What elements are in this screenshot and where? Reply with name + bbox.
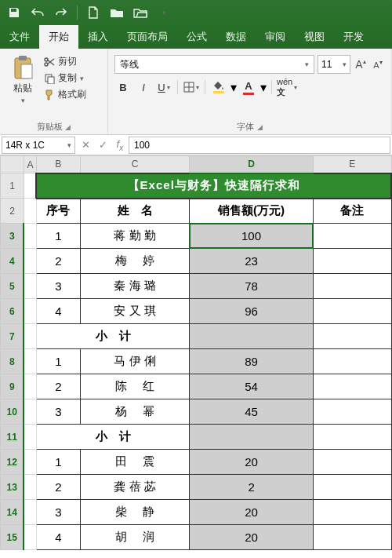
cell[interactable] xyxy=(24,475,36,500)
cell[interactable] xyxy=(24,199,36,224)
cell[interactable] xyxy=(24,249,36,274)
tab-file[interactable]: 文件 xyxy=(0,25,39,49)
cut-button[interactable]: 剪切 xyxy=(44,55,86,68)
cell[interactable] xyxy=(24,324,36,349)
font-name-select[interactable]: 等线▾ xyxy=(114,55,314,74)
cell-amount[interactable]: 96 xyxy=(190,299,313,324)
cell-name[interactable]: 胡 润 xyxy=(80,525,190,550)
row-header[interactable]: 5 xyxy=(1,274,24,299)
subtotal-label[interactable]: 小 计 xyxy=(36,324,189,349)
open-file-icon[interactable] xyxy=(106,2,128,24)
row-header[interactable]: 15 xyxy=(1,525,24,550)
cell[interactable] xyxy=(24,500,36,525)
bold-button[interactable]: B xyxy=(114,78,132,96)
cell-remark[interactable] xyxy=(313,374,391,399)
cell-seq[interactable]: 2 xyxy=(36,475,80,500)
cell-remark[interactable] xyxy=(313,274,391,299)
cell-amount[interactable] xyxy=(190,425,313,450)
cell-amount[interactable]: 100 xyxy=(190,224,313,249)
font-color-dropdown[interactable]: ▾ xyxy=(260,80,267,95)
save-icon[interactable] xyxy=(3,2,25,24)
cell-amount[interactable]: 78 xyxy=(190,274,313,299)
cell-name[interactable]: 蒋 勤 勤 xyxy=(80,224,190,249)
cell-name[interactable]: 柴 静 xyxy=(80,500,190,525)
cell[interactable] xyxy=(24,374,36,399)
column-header[interactable]: A xyxy=(24,156,36,173)
cell-remark[interactable] xyxy=(313,425,391,450)
row-header[interactable]: 6 xyxy=(1,299,24,324)
borders-button[interactable]: ▾ xyxy=(183,78,200,96)
cell-amount[interactable]: 54 xyxy=(190,374,313,399)
cell-name[interactable]: 秦 海 璐 xyxy=(80,274,190,299)
cell-seq[interactable]: 2 xyxy=(36,374,80,399)
row-header[interactable]: 7 xyxy=(1,324,24,349)
paste-button[interactable]: 粘贴 ▾ xyxy=(6,52,39,119)
cell-remark[interactable] xyxy=(313,299,391,324)
cell-remark[interactable] xyxy=(313,525,391,550)
qat-dropdown-icon[interactable]: ▾ xyxy=(153,2,175,24)
tab-view[interactable]: 视图 xyxy=(295,25,334,49)
cell-remark[interactable] xyxy=(313,349,391,374)
cell-remark[interactable] xyxy=(313,475,391,500)
cell[interactable] xyxy=(24,349,36,374)
row-header[interactable]: 1 xyxy=(1,173,24,199)
formula-input[interactable]: 100 xyxy=(129,137,390,154)
cell-remark[interactable] xyxy=(313,450,391,475)
tab-formulas[interactable]: 公式 xyxy=(177,25,216,49)
cell-seq[interactable]: 3 xyxy=(36,500,80,525)
cell-remark[interactable] xyxy=(313,399,391,425)
cell-amount[interactable]: 45 xyxy=(190,399,313,425)
column-header[interactable]: C xyxy=(80,156,190,173)
cell-seq[interactable]: 3 xyxy=(36,399,80,425)
cell-name[interactable]: 田 震 xyxy=(80,450,190,475)
cell[interactable] xyxy=(24,399,36,425)
row-header[interactable]: 14 xyxy=(1,500,24,525)
cell-remark[interactable]: 备注 xyxy=(313,199,391,224)
worksheet-grid[interactable]: ABCDE1【Excel与财务】快速隔行求和2序号姓 名销售额(万元)备注31蒋… xyxy=(0,155,392,550)
cell-remark[interactable] xyxy=(313,500,391,525)
select-all-corner[interactable] xyxy=(1,156,24,173)
cell-remark[interactable] xyxy=(313,324,391,349)
column-header[interactable]: B xyxy=(36,156,80,173)
row-header[interactable]: 3 xyxy=(1,224,24,249)
cell-name[interactable]: 马 伊 俐 xyxy=(80,349,190,374)
tab-review[interactable]: 审阅 xyxy=(256,25,295,49)
row-header[interactable]: 4 xyxy=(1,249,24,274)
column-header[interactable]: D xyxy=(190,156,313,173)
row-header[interactable]: 11 xyxy=(1,425,24,450)
row-header[interactable]: 8 xyxy=(1,349,24,374)
grow-font-button[interactable]: A▴ xyxy=(354,58,368,71)
subtotal-label[interactable]: 小 计 xyxy=(36,425,189,450)
cell-seq[interactable]: 2 xyxy=(36,249,80,274)
tab-home[interactable]: 开始 xyxy=(39,25,78,49)
cell[interactable] xyxy=(24,274,36,299)
cell-amount[interactable]: 89 xyxy=(190,349,313,374)
cell-amount[interactable]: 20 xyxy=(190,450,313,475)
cell-amount[interactable]: 20 xyxy=(190,500,313,525)
copy-button[interactable]: 复制▾ xyxy=(44,71,86,85)
cell-remark[interactable] xyxy=(313,224,391,249)
phonetic-button[interactable]: wén文▾ xyxy=(277,78,297,96)
cell-seq[interactable]: 3 xyxy=(36,274,80,299)
cell-amount[interactable]: 20 xyxy=(190,525,313,550)
cell-name[interactable]: 姓 名 xyxy=(80,199,190,224)
redo-icon[interactable] xyxy=(50,2,72,24)
tab-developer[interactable]: 开发 xyxy=(334,25,373,49)
cell-name[interactable]: 陈 红 xyxy=(80,374,190,399)
tab-data[interactable]: 数据 xyxy=(216,25,256,49)
cell-amount[interactable]: 销售额(万元) xyxy=(190,199,313,224)
cell-name[interactable]: 杨 幂 xyxy=(80,399,190,425)
row-header[interactable]: 12 xyxy=(1,450,24,475)
cell-remark[interactable] xyxy=(313,249,391,274)
fill-color-dropdown[interactable]: ▾ xyxy=(230,80,237,95)
new-file-icon[interactable] xyxy=(82,2,104,24)
enter-button[interactable]: ✓ xyxy=(94,137,111,154)
cell-seq[interactable]: 序号 xyxy=(36,199,80,224)
cell[interactable] xyxy=(24,450,36,475)
cell-seq[interactable]: 1 xyxy=(36,450,80,475)
title-cell[interactable]: 【Excel与财务】快速隔行求和 xyxy=(36,173,391,199)
name-box[interactable]: 14R x 1C▾ xyxy=(2,137,75,154)
row-header[interactable]: 2 xyxy=(1,199,24,224)
format-painter-button[interactable]: 格式刷 xyxy=(44,88,86,101)
dialog-launcher-icon[interactable]: ◢ xyxy=(65,123,71,131)
